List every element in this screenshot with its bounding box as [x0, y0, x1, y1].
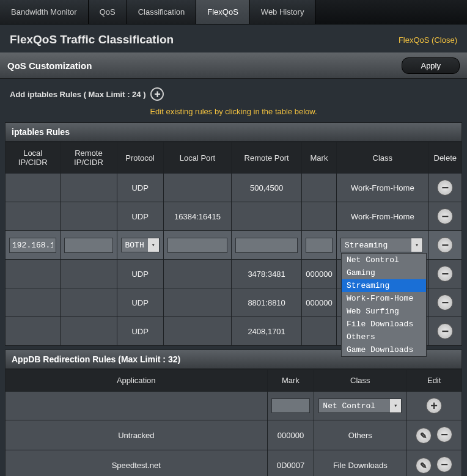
qos-customization-bar: QoS Customization Apply: [0, 53, 467, 79]
qos-customization-label: QoS Customization: [7, 60, 92, 71]
page-header: FlexQoS Traffic Classification FlexQoS (…: [0, 24, 467, 53]
delete-icon[interactable]: [437, 208, 453, 224]
mark-input[interactable]: [306, 238, 333, 253]
class-option[interactable]: Gaming: [342, 266, 426, 279]
class-select[interactable]: Streaming ▾ Net Control Gaming Streaming…: [340, 238, 423, 252]
col-application: Application: [6, 370, 267, 391]
class-option[interactable]: Streaming: [342, 279, 426, 292]
class-option[interactable]: Others: [342, 331, 426, 343]
col-class: Class: [314, 370, 406, 391]
col-delete: Delete: [429, 142, 461, 173]
class-option[interactable]: Game Downloads: [342, 343, 426, 356]
tab-bar: Bandwidth Monitor QoS Classification Fle…: [0, 0, 467, 24]
delete-icon[interactable]: [437, 237, 453, 253]
remote-port-input[interactable]: [235, 238, 298, 253]
tab-webhistory[interactable]: Web History: [250, 0, 316, 24]
class-dropdown: Net Control Gaming Streaming Work-From-H…: [341, 253, 427, 357]
edit-icon[interactable]: [416, 458, 432, 474]
edit-hint: Edit existing rules by clicking in the t…: [0, 104, 467, 122]
appdb-class-select[interactable]: Net Control ▾: [318, 398, 402, 413]
col-local-port: Local Port: [164, 142, 232, 173]
apply-button[interactable]: Apply: [402, 57, 460, 74]
chevron-down-icon: ▾: [390, 399, 401, 412]
appdb-new-row: Net Control ▾: [6, 392, 461, 420]
class-option[interactable]: Net Control: [342, 254, 426, 266]
protocol-select[interactable]: BOTH ▾: [121, 238, 160, 252]
iptables-table: Local IP/CIDR Remote IP/CIDR Protocol Lo…: [5, 142, 462, 346]
col-mark: Mark: [302, 142, 336, 173]
tab-qos[interactable]: QoS: [89, 0, 127, 24]
delete-icon[interactable]: [437, 266, 453, 282]
col-edit: Edit: [406, 370, 461, 391]
col-remote-ip: Remote IP/CIDR: [61, 142, 116, 173]
col-class: Class: [337, 142, 428, 173]
col-remote-port: Remote Port: [232, 142, 301, 173]
table-row-editing[interactable]: BOTH ▾ Streaming ▾ Net Control Gaming St…: [6, 231, 461, 259]
page-title: FlexQoS Traffic Classification: [10, 33, 174, 46]
appdb-table: Application Mark Class Edit Net Control …: [5, 369, 462, 476]
edit-icon[interactable]: [416, 428, 432, 444]
col-mark: Mark: [268, 370, 314, 391]
tab-flexqos[interactable]: FlexQoS: [196, 0, 250, 24]
local-ip-input[interactable]: [9, 238, 56, 253]
add-rule-icon[interactable]: +: [150, 87, 164, 101]
chevron-down-icon: ▾: [411, 238, 422, 252]
class-option[interactable]: Web Surfing: [342, 305, 426, 318]
appdb-row[interactable]: Untracked 000000 Others: [6, 420, 461, 450]
appdb-mark-input[interactable]: [271, 398, 311, 413]
chevron-down-icon: ▾: [148, 238, 159, 252]
local-port-input[interactable]: [167, 238, 228, 253]
iptables-caption: iptables Rules: [5, 122, 462, 142]
add-icon[interactable]: [426, 398, 442, 414]
add-rules-row: Add iptables Rules ( Max Limit : 24 ) +: [0, 79, 467, 104]
tab-classification[interactable]: Classification: [127, 0, 197, 24]
tab-bandwidth[interactable]: Bandwidth Monitor: [0, 0, 89, 24]
class-option[interactable]: Work-From-Home: [342, 292, 426, 305]
class-option[interactable]: File Downloads: [342, 318, 426, 331]
appdb-row[interactable]: Speedtest.net 0D0007 File Downloads: [6, 450, 461, 476]
col-protocol: Protocol: [117, 142, 163, 173]
delete-icon[interactable]: [437, 323, 453, 339]
delete-icon[interactable]: [436, 456, 452, 472]
delete-icon[interactable]: [437, 295, 453, 310]
add-rules-label: Add iptables Rules ( Max Limit : 24 ): [10, 90, 145, 99]
close-link[interactable]: FlexQoS (Close): [399, 35, 457, 45]
table-row[interactable]: UDP 16384:16415 Work-From-Home: [6, 202, 461, 230]
table-row[interactable]: UDP 500,4500 Work-From-Home: [6, 174, 461, 202]
delete-icon[interactable]: [436, 427, 452, 442]
col-local-ip: Local IP/CIDR: [6, 142, 60, 173]
remote-ip-input[interactable]: [64, 238, 112, 253]
delete-icon[interactable]: [437, 180, 453, 196]
